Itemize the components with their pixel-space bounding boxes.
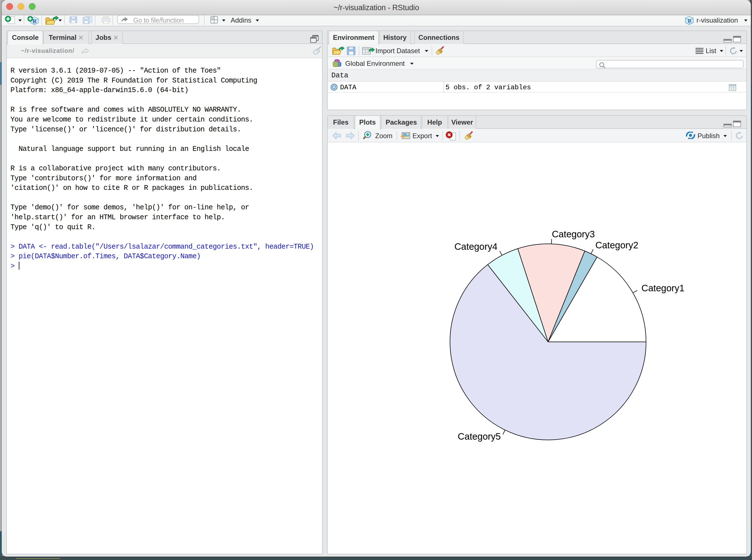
svg-text:Category4: Category4: [454, 241, 497, 252]
svg-text:R: R: [688, 18, 692, 24]
svg-text:Category5: Category5: [458, 431, 501, 442]
svg-text:Category1: Category1: [642, 283, 685, 293]
svg-text:Category2: Category2: [595, 240, 638, 250]
svg-text:R: R: [33, 18, 37, 25]
svg-text:Category3: Category3: [552, 229, 595, 239]
